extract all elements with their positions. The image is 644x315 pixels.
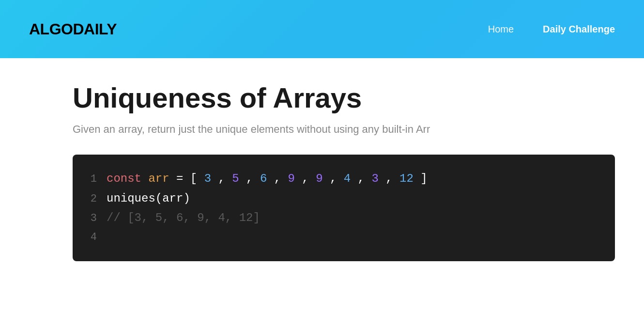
code-content-2: uniques(arr) [107,189,190,209]
page-subtitle: Given an array, return just the unique e… [73,121,615,137]
line-num-1: 1 [82,170,97,188]
code-line-4: 4 [82,228,600,246]
nav-home[interactable]: Home [488,24,514,35]
line-num-2: 2 [82,190,97,208]
code-content-1: const arr = [ 3 , 5 , 6 , 9 , 9 , 4 , 3 … [107,169,428,189]
logo: ALGODAILY [29,20,117,38]
code-line-3: 3 // [3, 5, 6, 9, 4, 12] [82,208,600,228]
code-line-2: 2 uniques(arr) [82,189,600,209]
main-content: Uniqueness of Arrays Given an array, ret… [44,58,644,315]
page-title: Uniqueness of Arrays [73,82,615,113]
code-line-1: 1 const arr = [ 3 , 5 , 6 , 9 , 9 , 4 , … [82,169,600,189]
line-num-4: 4 [82,228,97,246]
header: ALGODAILY Home Daily Challenge [0,0,644,58]
nav: Home Daily Challenge [488,24,615,35]
line-num-3: 3 [82,209,97,227]
code-block: 1 const arr = [ 3 , 5 , 6 , 9 , 9 , 4 , … [73,155,615,261]
code-content-3: // [3, 5, 6, 9, 4, 12] [107,208,260,228]
nav-daily-challenge[interactable]: Daily Challenge [543,24,615,35]
